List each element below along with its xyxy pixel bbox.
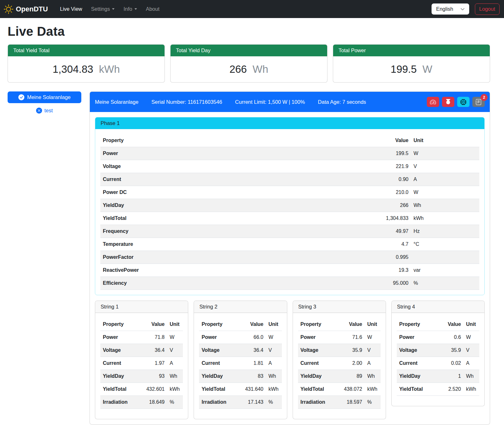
phase-1-panel: Phase 1 PropertyValueUnitPower199.5WVolt… xyxy=(95,117,485,295)
caret-down-icon xyxy=(134,8,137,10)
string-3-panel: String 3 PropertyValueUnitPower71.6WVolt… xyxy=(293,301,386,419)
string-3-title: String 3 xyxy=(293,301,386,313)
card-title: Total Power xyxy=(333,45,490,56)
column-header: Property xyxy=(100,318,137,331)
inverter-select-label: Meine Solaranlage xyxy=(27,94,71,100)
table-row: Voltage35.9V xyxy=(298,344,381,357)
card-value: 1,304.83 xyxy=(53,63,93,75)
column-header: Value xyxy=(433,318,464,331)
table-row: YieldDay89Wh xyxy=(298,370,381,383)
column-header: Property xyxy=(100,134,370,147)
column-header: Unit xyxy=(365,318,381,331)
string-2-table: PropertyValueUnitPower66.0WVoltage36.4VC… xyxy=(199,318,282,409)
power-icon xyxy=(445,99,451,105)
string-1-title: String 1 xyxy=(95,301,188,313)
table-row: Efficiency95.000% xyxy=(100,277,479,290)
column-header: Property xyxy=(298,318,334,331)
string-1-panel: String 1 PropertyValueUnitPower71.8WVolt… xyxy=(95,301,188,419)
table-row: Power71.6W xyxy=(298,331,381,344)
navbar: OpenDTU Live View Settings Info About En… xyxy=(0,0,504,18)
card-title: Total Yield Day xyxy=(171,45,327,56)
table-row: Current2.00A xyxy=(298,357,381,370)
nav-about[interactable]: About xyxy=(146,6,159,12)
table-row: Voltage221.9V xyxy=(100,160,479,173)
card-value: 266 xyxy=(229,63,247,75)
table-row: Current0.90A xyxy=(100,173,479,186)
inverter-serial: Serial Number: 116171603546 xyxy=(152,99,222,105)
language-select[interactable]: English xyxy=(432,3,469,15)
table-row: Voltage36.4V xyxy=(100,344,183,357)
column-header: Unit xyxy=(464,318,479,331)
inverter-item-test[interactable]: test xyxy=(8,108,81,114)
column-header: Unit xyxy=(167,318,183,331)
column-header: Value xyxy=(137,318,167,331)
power-toggle-button[interactable] xyxy=(442,97,454,107)
table-row: YieldDay83Wh xyxy=(199,370,282,383)
table-row: Voltage35.9V xyxy=(397,344,479,357)
total-yield-total-card: Total Yield Total 1,304.83 kWh xyxy=(8,44,165,83)
table-row: Irradiation18.597% xyxy=(298,396,381,409)
inverter-name: Meine Solaranlage xyxy=(95,99,139,105)
card-unit: W xyxy=(422,63,432,75)
limit-settings-button[interactable] xyxy=(427,97,439,107)
inverter-sidebar: Meine Solaranlage test xyxy=(8,91,81,114)
device-info-button[interactable] xyxy=(457,97,470,107)
table-row: Current0.02A xyxy=(397,357,479,370)
table-row: YieldTotal431.640kWh xyxy=(199,383,282,396)
page-title: Live Data xyxy=(8,24,490,39)
table-row: Irradiation17.143% xyxy=(199,396,282,409)
card-value: 199.5 xyxy=(391,63,417,75)
language-value: English xyxy=(436,6,453,12)
table-row: ReactivePower19.3var xyxy=(100,264,479,277)
phase-1-title: Phase 1 xyxy=(95,117,484,129)
table-row: Power66.0W xyxy=(199,331,282,344)
inverter-test-label: test xyxy=(44,108,53,114)
inverter-header: Meine Solaranlage Serial Number: 1161716… xyxy=(90,92,490,112)
phase-1-table: PropertyValueUnitPower199.5WVoltage221.9… xyxy=(100,134,479,290)
x-circle-icon xyxy=(36,108,42,114)
logout-button[interactable]: Logout xyxy=(475,3,500,15)
table-row: YieldTotal432.601kWh xyxy=(100,383,183,396)
table-row: YieldTotal438.072kWh xyxy=(298,383,381,396)
inverter-select-button[interactable]: Meine Solaranlage xyxy=(8,91,81,103)
table-row: Current1.81A xyxy=(199,357,282,370)
table-row: Frequency49.97Hz xyxy=(100,225,479,238)
column-header: Value xyxy=(334,318,365,331)
table-row: Power DC210.0W xyxy=(100,186,479,199)
table-row: PowerFactor0.995 xyxy=(100,251,479,264)
event-count-badge: 2 xyxy=(481,94,488,101)
string-1-table: PropertyValueUnitPower71.8WVoltage36.4VC… xyxy=(100,318,183,409)
brand-title: OpenDTU xyxy=(16,5,48,13)
sun-icon xyxy=(4,4,13,14)
string-3-table: PropertyValueUnitPower71.6WVoltage35.9VC… xyxy=(298,318,381,409)
strings-row: String 1 PropertyValueUnitPower71.8WVolt… xyxy=(95,301,485,419)
cpu-icon xyxy=(460,99,466,105)
inverter-limit: Current Limit: 1,500 W | 100% xyxy=(235,99,305,105)
nav-settings[interactable]: Settings xyxy=(91,6,115,12)
nav-info[interactable]: Info xyxy=(123,6,137,12)
table-row: Power0.6W xyxy=(397,331,479,344)
column-header: Property xyxy=(397,318,433,331)
brand-logo[interactable]: OpenDTU xyxy=(4,4,48,14)
table-row: YieldTotal2.520kWh xyxy=(397,383,479,396)
column-header: Unit xyxy=(266,318,282,331)
event-log-button[interactable]: 2 xyxy=(472,97,485,107)
table-row: Current1.97A xyxy=(100,357,183,370)
card-title: Total Yield Total xyxy=(8,45,165,56)
nav-live-view[interactable]: Live View xyxy=(60,6,82,12)
speedometer-icon xyxy=(430,99,436,105)
inverter-data-age: Data Age: 7 seconds xyxy=(318,99,366,105)
string-4-panel: String 4 PropertyValueUnitPower0.6WVolta… xyxy=(391,301,485,406)
inverter-card: Meine Solaranlage Serial Number: 1161716… xyxy=(90,91,490,425)
string-4-title: String 4 xyxy=(392,301,484,313)
check-circle-icon xyxy=(18,94,24,100)
table-row: Irradiation18.649% xyxy=(100,396,183,409)
column-header: Property xyxy=(199,318,235,331)
summary-cards: Total Yield Total 1,304.83 kWh Total Yie… xyxy=(8,44,490,83)
chevron-down-icon xyxy=(460,7,465,11)
caret-down-icon xyxy=(112,8,115,10)
card-unit: kWh xyxy=(99,63,120,75)
table-row: YieldDay266Wh xyxy=(100,199,479,212)
table-row: YieldDay93Wh xyxy=(100,370,183,383)
string-4-table: PropertyValueUnitPower0.6WVoltage35.9VCu… xyxy=(397,318,479,396)
